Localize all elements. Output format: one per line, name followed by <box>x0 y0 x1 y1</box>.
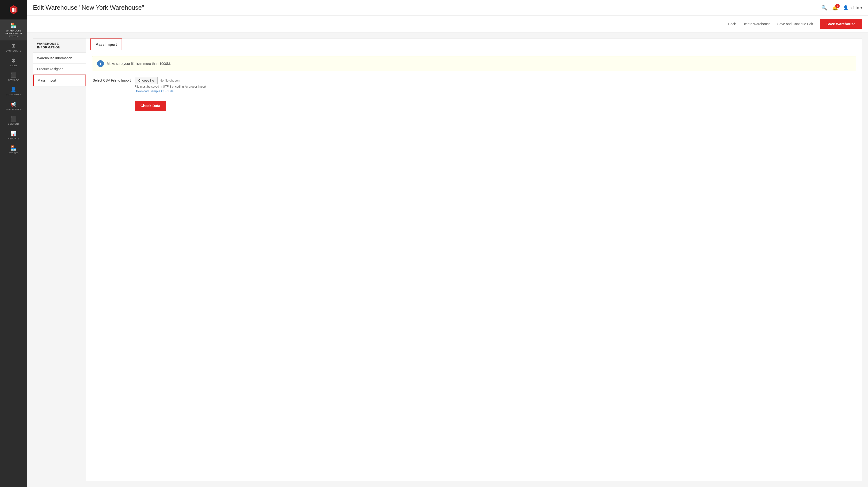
warehouse-info-label: Warehouse Information <box>37 56 72 60</box>
action-bar: ← ← Back Delete Warehouse Save and Conti… <box>27 15 868 32</box>
info-message: Make sure your file isn't more than 1000… <box>107 62 171 66</box>
tab-content-mass-import: i Make sure your file isn't more than 10… <box>86 50 862 117</box>
sidebar-item-sales-label: SALES <box>10 64 18 67</box>
reports-icon: 📊 <box>10 131 17 136</box>
notification-badge: 2 <box>835 4 840 8</box>
sidebar-item-dashboard-label: DASHBOARD <box>6 50 21 52</box>
sidebar-item-warehouse-label: WAREHOUSE MANAGEMENT SYSTEM <box>1 29 26 37</box>
sidebar-item-marketing[interactable]: 📢 MARKETING <box>0 99 27 113</box>
left-panel-item-warehouse-info[interactable]: Warehouse Information <box>33 53 86 64</box>
sidebar-item-catalog[interactable]: ⬛ CATALOG <box>0 70 27 84</box>
sidebar-item-stores-label: STORES <box>9 152 19 155</box>
info-box: i Make sure your file isn't more than 10… <box>92 56 856 71</box>
check-data-label: Check Data <box>141 104 160 108</box>
save-warehouse-button[interactable]: Save Warehouse <box>820 19 862 29</box>
right-panel: Mass Import i Make sure your file isn't … <box>86 38 862 481</box>
product-assigned-label: Product Assigned <box>37 67 63 71</box>
catalog-icon: ⬛ <box>10 73 17 77</box>
choose-file-label: Choose file <box>138 79 154 82</box>
page-title: Edit Warehouse "New York Warehouse" <box>33 4 144 11</box>
sidebar-item-sales[interactable]: $ SALES <box>0 55 27 70</box>
csv-form-field: Choose file No file chosen File must be … <box>135 77 206 93</box>
left-panel-item-product-assigned[interactable]: Product Assigned <box>33 64 86 74</box>
sales-icon: $ <box>12 58 15 63</box>
left-panel-header: WAREHOUSE INFORMATION <box>33 38 86 53</box>
marketing-icon: 📢 <box>10 102 17 107</box>
sidebar-item-content-label: CONTENT <box>8 123 20 125</box>
user-label: admin <box>850 6 859 10</box>
sidebar-item-stores[interactable]: 🏪 STORES <box>0 143 27 157</box>
user-menu-button[interactable]: 👤 admin ▾ <box>843 5 862 10</box>
magento-logo-icon <box>8 4 19 15</box>
download-sample-link[interactable]: Download Sample CSV File <box>135 89 206 93</box>
sidebar-logo <box>0 0 27 19</box>
dashboard-icon: ⊞ <box>11 43 16 48</box>
delete-warehouse-button[interactable]: Delete Warehouse <box>743 22 770 26</box>
sidebar-item-reports-label: REPORTS <box>8 137 20 140</box>
left-panel-item-mass-import[interactable]: Mass Import <box>33 74 86 86</box>
file-hint-text: File must be saved in UTF-8 encoding for… <box>135 85 206 88</box>
sidebar-item-content[interactable]: ⬛ CONTENT <box>0 113 27 128</box>
sidebar: 🏪 WAREHOUSE MANAGEMENT SYSTEM ⊞ DASHBOAR… <box>0 0 27 487</box>
tab-mass-import-label: Mass Import <box>95 42 117 46</box>
top-header: Edit Warehouse "New York Warehouse" 🔍 🔔 … <box>27 0 868 15</box>
sidebar-item-warehouse[interactable]: 🏪 WAREHOUSE MANAGEMENT SYSTEM <box>0 20 27 40</box>
search-button[interactable]: 🔍 <box>821 5 827 11</box>
info-icon: i <box>97 60 104 67</box>
back-arrow-icon: ← <box>719 22 722 26</box>
save-continue-button[interactable]: Save and Continue Edit <box>777 22 813 26</box>
customers-icon: 👤 <box>10 87 17 92</box>
left-panel: WAREHOUSE INFORMATION Warehouse Informat… <box>33 38 86 87</box>
csv-label: Select CSV File to Import <box>92 77 131 82</box>
svg-rect-1 <box>11 8 12 11</box>
svg-rect-2 <box>14 8 16 11</box>
mass-import-label: Mass Import <box>37 78 56 82</box>
tab-mass-import[interactable]: Mass Import <box>90 38 122 50</box>
search-icon: 🔍 <box>821 5 827 10</box>
user-avatar-icon: 👤 <box>843 5 848 10</box>
choose-file-button[interactable]: Choose file <box>135 77 158 84</box>
main-content: Edit Warehouse "New York Warehouse" 🔍 🔔 … <box>27 0 868 487</box>
back-button[interactable]: ← ← Back <box>719 22 736 26</box>
notification-button[interactable]: 🔔 2 <box>832 5 838 11</box>
delete-warehouse-label: Delete Warehouse <box>743 22 770 26</box>
sidebar-item-marketing-label: MARKETING <box>6 108 21 110</box>
user-dropdown-icon: ▾ <box>861 6 862 10</box>
warehouse-icon: 🏪 <box>10 23 17 28</box>
content-area: WAREHOUSE INFORMATION Warehouse Informat… <box>27 32 868 487</box>
sidebar-item-customers[interactable]: 👤 CUSTOMERS <box>0 84 27 99</box>
svg-rect-0 <box>13 8 14 11</box>
save-warehouse-label: Save Warehouse <box>827 22 856 26</box>
sidebar-item-catalog-label: CATALOG <box>8 79 19 81</box>
file-input-row: Choose file No file chosen <box>135 77 206 84</box>
sidebar-item-dashboard[interactable]: ⊞ DASHBOARD <box>0 40 27 55</box>
save-continue-label: Save and Continue Edit <box>777 22 813 26</box>
tabs: Mass Import <box>86 38 862 50</box>
csv-file-row: Select CSV File to Import Choose file No… <box>92 77 856 93</box>
check-data-button[interactable]: Check Data <box>135 101 166 110</box>
no-file-text: No file chosen <box>160 79 180 82</box>
header-actions: 🔍 🔔 2 👤 admin ▾ <box>821 5 862 11</box>
content-icon: ⬛ <box>10 117 17 121</box>
sidebar-item-customers-label: CUSTOMERS <box>6 93 21 96</box>
stores-icon: 🏪 <box>10 146 17 151</box>
back-label: ← Back <box>724 22 736 26</box>
sidebar-item-reports[interactable]: 📊 REPORTS <box>0 128 27 143</box>
